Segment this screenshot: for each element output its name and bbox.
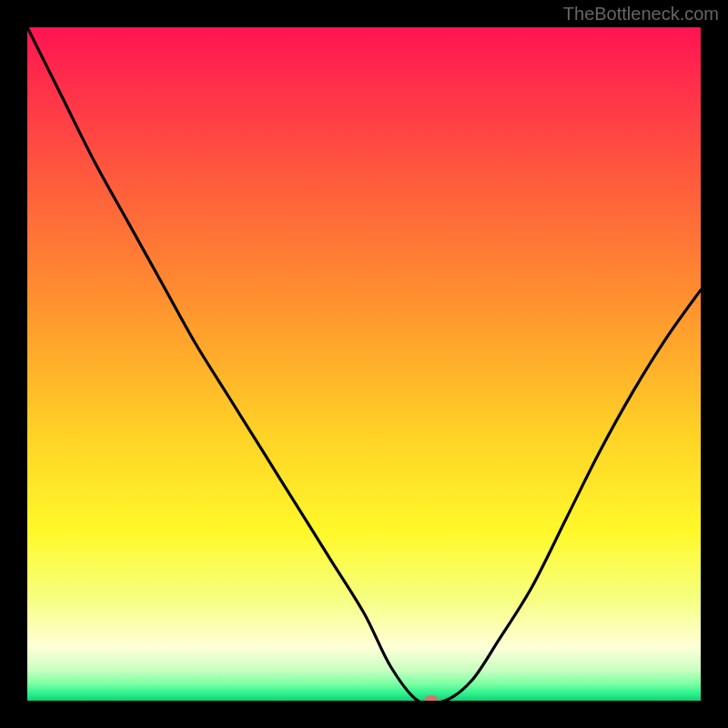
watermark-text: TheBottleneck.com — [563, 4, 719, 25]
chart-frame: TheBottleneck.com — [0, 0, 728, 728]
chart-plot-area — [27, 27, 701, 701]
chart-curve — [27, 27, 701, 701]
chart-marker-point — [425, 695, 439, 701]
